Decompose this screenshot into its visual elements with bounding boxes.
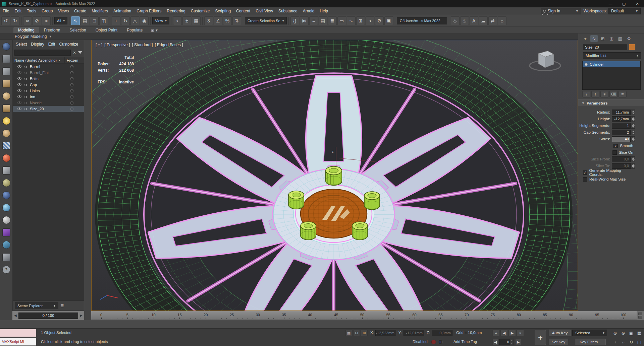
spinner-down-icon[interactable] xyxy=(632,113,635,114)
menu-content[interactable]: Content xyxy=(233,7,253,15)
explorer-menu-customize[interactable]: Customize xyxy=(57,42,80,47)
modifier-list-dropdown[interactable]: Modifier List ▼ xyxy=(583,52,641,59)
select-and-place-icon[interactable]: ◉ xyxy=(140,16,149,25)
rect-selection-region-icon[interactable]: □ xyxy=(90,16,99,25)
transform-typein-icon[interactable]: ▦ xyxy=(345,330,352,336)
select-and-rotate-icon[interactable]: ↻ xyxy=(121,16,130,25)
menu-tools[interactable]: Tools xyxy=(24,7,39,15)
table-row[interactable]: Inn xyxy=(13,94,84,100)
zoom-icon[interactable]: ⊕ xyxy=(612,330,619,336)
modifier-enable-bulb-icon[interactable] xyxy=(585,63,588,66)
maxscript-mini-listener[interactable] xyxy=(0,329,36,337)
hierarchy-tab-icon[interactable]: ⊞ xyxy=(599,35,606,42)
torus-primitive-icon[interactable] xyxy=(2,92,10,100)
spinner-up-icon[interactable] xyxy=(632,131,635,132)
spinner-up-icon[interactable] xyxy=(632,117,635,119)
status-zero-icon[interactable]: 0 xyxy=(438,340,443,344)
add-time-tag[interactable]: Add Time Tag xyxy=(453,340,477,344)
status-dot-icon[interactable] xyxy=(431,340,436,344)
align-icon[interactable]: ≡ xyxy=(309,16,318,25)
frozen-toggle-icon[interactable] xyxy=(70,77,73,80)
spinner-down-icon[interactable] xyxy=(632,159,635,161)
waterdrop-icon[interactable] xyxy=(2,204,10,212)
toolbar-dropdown-create-selection-se[interactable]: Create Selection Se▼ xyxy=(245,17,287,24)
param-value-field[interactable]: 0,0 xyxy=(612,156,631,162)
display-tab-icon[interactable]: ▥ xyxy=(616,35,624,42)
visibility-eye-icon[interactable] xyxy=(17,101,21,104)
create-tab-icon[interactable]: + xyxy=(582,35,589,42)
explorer-menu-edit[interactable]: Edit xyxy=(47,42,57,47)
previous-frame-icon[interactable]: ◀ xyxy=(500,330,508,336)
minimize-icon[interactable]: — xyxy=(604,0,617,7)
ribbon-tab-selection[interactable]: Selection xyxy=(65,27,91,33)
menu-customize[interactable]: Customize xyxy=(188,7,213,15)
explorer-menu-select[interactable]: Select xyxy=(14,42,29,47)
key-filters-button[interactable]: Key Filters... xyxy=(575,339,606,345)
frozen-toggle-icon[interactable] xyxy=(70,101,73,105)
workspace-dropdown[interactable]: Default ▼ xyxy=(608,8,641,14)
menu-civil-view[interactable]: Civil View xyxy=(253,7,276,15)
search-input[interactable] xyxy=(14,50,71,56)
menu-edit[interactable]: Edit xyxy=(12,7,24,15)
checkbox[interactable]: ✓ xyxy=(613,144,618,148)
toolbar-dropdown-view[interactable]: View▼ xyxy=(152,17,169,24)
scene-explorer-column-header[interactable]: Name (Sorted Ascending) ▲ Frozen xyxy=(13,57,84,64)
close-icon[interactable]: ✕ xyxy=(631,0,644,7)
filter-icon[interactable] xyxy=(78,51,82,54)
trackbar-filter-icon[interactable] xyxy=(638,316,642,319)
selection-lock-icon[interactable]: ⊡ xyxy=(353,330,360,336)
spinner-control[interactable] xyxy=(631,116,635,122)
z-coord-field[interactable]: 0,0mm xyxy=(432,330,452,336)
go-to-end-icon[interactable]: » xyxy=(517,330,524,336)
particle-tool-icon[interactable] xyxy=(2,216,10,224)
render-iterative-icon[interactable]: ♨ xyxy=(460,16,469,25)
select-by-name-icon[interactable]: ▤ xyxy=(80,16,89,25)
frozen-toggle-icon[interactable] xyxy=(70,108,73,111)
spinner-control[interactable] xyxy=(631,130,635,135)
y-coord-field[interactable]: -12,01mm xyxy=(404,330,424,336)
rendered-frame-window-icon[interactable]: ▣ xyxy=(384,16,393,25)
render-production-icon[interactable]: ♨ xyxy=(451,16,460,25)
fov-icon[interactable]: ◔ xyxy=(612,339,619,345)
sign-in-button[interactable]: Sign In ▼ xyxy=(541,8,581,14)
ribbon-tab-modeling[interactable]: Modeling xyxy=(13,27,39,33)
table-row[interactable]: Size_20 xyxy=(13,106,84,112)
orbit-icon[interactable]: ↻ xyxy=(628,339,635,345)
table-row[interactable]: Barrel_Flat xyxy=(13,70,84,76)
frozen-column-header[interactable]: Frozen xyxy=(65,58,78,62)
visibility-eye-icon[interactable] xyxy=(17,65,21,68)
redo-icon[interactable]: ↻ xyxy=(11,16,19,25)
schematic-view-icon[interactable]: ⊞ xyxy=(356,16,365,25)
spinner-down-icon[interactable] xyxy=(632,126,635,128)
visibility-eye-icon[interactable] xyxy=(17,77,21,80)
select-and-link-icon[interactable]: ∞ xyxy=(23,16,32,25)
toggle-layer-explorer-icon[interactable]: ≣ xyxy=(328,16,337,25)
track-bar-keys-area[interactable] xyxy=(0,320,644,328)
checker-map-icon[interactable] xyxy=(2,142,10,150)
go-to-start-icon[interactable]: « xyxy=(492,330,500,336)
mirror-icon[interactable]: ⋈ xyxy=(300,16,309,25)
spinner-up-icon[interactable] xyxy=(632,124,635,126)
open-arnold-icon[interactable]: A xyxy=(470,16,478,25)
zoom-extents-all-icon[interactable]: ▦ xyxy=(636,330,643,336)
keyboard-shortcut-override-icon[interactable]: ▦ xyxy=(192,16,201,25)
ribbon-tab-freeform[interactable]: Freeform xyxy=(39,27,65,33)
menu-substance[interactable]: Substance xyxy=(276,7,300,15)
table-row[interactable]: Nozzle xyxy=(13,100,84,106)
render-setup-icon[interactable]: ⚙ xyxy=(375,16,384,25)
menu-help[interactable]: Help xyxy=(317,7,331,15)
viewport-menu-perview[interactable]: [ Standard ] xyxy=(132,43,153,47)
modifier-stack-entry[interactable]: Cylinder xyxy=(583,61,640,67)
menu-modifiers[interactable]: Modifiers xyxy=(89,7,111,15)
cone-primitive-icon[interactable] xyxy=(2,105,10,113)
spinner-control[interactable] xyxy=(631,156,635,162)
spinner-control[interactable] xyxy=(631,110,635,115)
project-folder-field[interactable]: C:\Users\m...s Max 2022 xyxy=(397,17,447,24)
viewport-menu-general[interactable]: [ + ] xyxy=(96,43,102,47)
param-value-field[interactable]: 2 xyxy=(612,130,631,135)
frozen-toggle-icon[interactable] xyxy=(70,95,73,98)
menu-graph-editors[interactable]: Graph Editors xyxy=(134,7,164,15)
hammer-tool-icon[interactable] xyxy=(2,67,10,75)
menu-arnold[interactable]: Arnold xyxy=(300,7,317,15)
viewport-menu-pov[interactable]: [ Perspective ] xyxy=(104,43,130,47)
